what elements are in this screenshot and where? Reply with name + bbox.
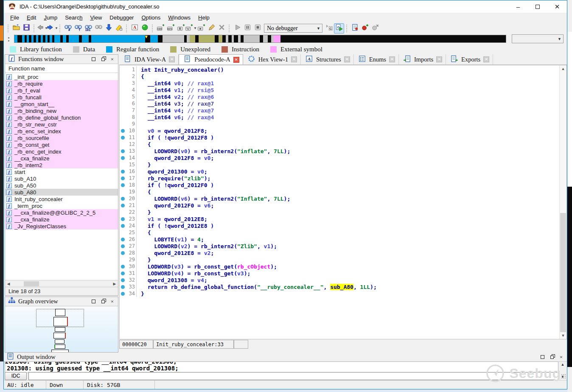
- line-marker-dot[interactable]: [121, 170, 125, 174]
- functions-horizontal-scrollbar[interactable]: ◀ ▶: [5, 280, 118, 287]
- run-indicator-button[interactable]: [140, 23, 150, 34]
- line-marker-dot[interactable]: [121, 183, 125, 187]
- function-row[interactable]: f_rb_enc_get_index: [5, 148, 118, 155]
- functions-window-titlebar[interactable]: f Functions window ×: [5, 55, 118, 64]
- line-marker-dot[interactable]: [121, 217, 125, 221]
- menu-search[interactable]: Search: [61, 14, 86, 22]
- menu-file[interactable]: File: [6, 14, 23, 22]
- panel-maximize-icon[interactable]: [541, 355, 544, 359]
- line-marker-dot[interactable]: [121, 244, 125, 248]
- minimize-button[interactable]: –: [508, 0, 528, 13]
- function-row[interactable]: f__cxa_finalize: [5, 155, 118, 162]
- function-row[interactable]: f__gmon_start__: [5, 101, 118, 107]
- close-button[interactable]: ✕: [547, 0, 567, 13]
- search-text-button[interactable]: T: [73, 23, 83, 34]
- line-marker-dot[interactable]: [121, 272, 125, 275]
- function-row[interactable]: f_rb_intern2: [5, 162, 118, 168]
- navigation-band[interactable]: ▼: [14, 35, 506, 43]
- scrollbar-thumb[interactable]: [560, 213, 566, 332]
- navband-combo[interactable]: ▼: [512, 34, 564, 43]
- menu-debugger[interactable]: Debugger: [106, 14, 137, 22]
- function-row[interactable]: fsub_A10: [5, 175, 118, 182]
- tab-close-icon[interactable]: ✕: [389, 56, 395, 62]
- function-row[interactable]: f_rb_require: [5, 80, 118, 87]
- title-bar[interactable]: IDA - C:\Users\Orange\Desktop\github\rub…: [4, 0, 567, 13]
- line-marker-dot[interactable]: [121, 197, 125, 201]
- panel-float-icon[interactable]: [101, 58, 105, 61]
- function-row[interactable]: f_Jv_RegisterClasses: [5, 223, 118, 230]
- make-array-button[interactable]: ✱: [196, 23, 206, 34]
- scroll-down-icon[interactable]: ▼: [560, 332, 566, 339]
- tab-enums[interactable]: Enums✕: [354, 54, 399, 64]
- panel-close-icon[interactable]: ×: [111, 300, 114, 304]
- debugger-selector[interactable]: No debugger▼: [264, 24, 322, 33]
- function-row[interactable]: f_rb_funcall: [5, 94, 118, 101]
- debug-pause-button[interactable]: [242, 23, 252, 34]
- run-to-c-button[interactable]: c: [334, 23, 344, 34]
- menu-view[interactable]: View: [86, 14, 106, 22]
- breakpoint-delete-button[interactable]: [370, 23, 380, 34]
- bookmark-button[interactable]: A: [129, 23, 140, 34]
- function-row[interactable]: fsub_A80: [5, 189, 118, 196]
- jump-address-button[interactable]: [104, 23, 114, 34]
- tab-close-icon[interactable]: ✕: [169, 56, 175, 62]
- function-row[interactable]: f_rb_const_get: [5, 141, 118, 148]
- save-button[interactable]: [21, 23, 31, 34]
- line-marker-dot[interactable]: [121, 278, 125, 282]
- tab-close-icon[interactable]: ✕: [291, 56, 297, 62]
- function-row[interactable]: f_init_proc: [5, 73, 118, 80]
- function-row[interactable]: f_rb_sourcefile: [5, 134, 118, 141]
- line-marker-dot[interactable]: [121, 204, 125, 207]
- function-row[interactable]: fstart: [5, 168, 118, 175]
- line-marker-dot[interactable]: [121, 176, 125, 180]
- graph-overview-titlebar[interactable]: Graph overview ×: [5, 297, 118, 306]
- maximize-button[interactable]: [528, 0, 547, 13]
- tab-close-icon[interactable]: ✕: [436, 56, 442, 62]
- scroll-left-icon[interactable]: ◀: [5, 282, 12, 286]
- line-marker-dot[interactable]: [121, 136, 125, 140]
- make-string-button[interactable]: 's'▼: [186, 23, 196, 34]
- scroll-right-icon[interactable]: ▶: [111, 282, 118, 286]
- line-marker-dot[interactable]: [121, 265, 125, 269]
- tab-hex-view-1[interactable]: Hex View-1✕: [243, 54, 301, 64]
- edit-function-button[interactable]: [206, 23, 216, 34]
- search-names-button[interactable]: #: [63, 23, 73, 34]
- tab-imports[interactable]: Imports✕: [399, 54, 446, 64]
- breakpoint-list-button[interactable]: [350, 23, 360, 34]
- debug-stop-button[interactable]: [252, 23, 263, 34]
- highlighted-identifier[interactable]: sub_A80: [330, 284, 353, 290]
- function-name-column-header[interactable]: Function name: [5, 64, 118, 73]
- line-marker-dot[interactable]: [121, 224, 125, 228]
- menu-help[interactable]: Help: [194, 14, 213, 22]
- panel-close-icon[interactable]: ×: [111, 57, 114, 62]
- panel-float-icon[interactable]: [550, 356, 554, 359]
- function-row[interactable]: fInit_ruby_concealer: [5, 196, 118, 202]
- navigate-forward-button[interactable]: ▼: [47, 23, 57, 34]
- debug-run-button[interactable]: [232, 23, 242, 34]
- scrollbar-thumb[interactable]: [24, 281, 39, 286]
- function-row[interactable]: f__cxa_finalize@@GLIBC_2_2_5: [5, 209, 118, 216]
- menu-options[interactable]: Options: [137, 14, 164, 22]
- output-window-titlebar[interactable]: Output window ×: [4, 353, 567, 362]
- make-name-button[interactable]: A: [176, 23, 186, 34]
- scroll-up-icon[interactable]: ▲: [560, 65, 566, 72]
- menu-jump[interactable]: Jump: [40, 14, 61, 22]
- line-marker-dot[interactable]: [121, 292, 125, 296]
- make-code-button[interactable]: CODE: [155, 23, 165, 34]
- tab-close-icon[interactable]: ✕: [483, 56, 489, 62]
- tab-pseudocode-a[interactable]: Pseudocode-A✕: [179, 54, 243, 64]
- command-input[interactable]: [28, 372, 558, 380]
- tab-exports[interactable]: Exports✕: [446, 54, 493, 64]
- tab-structures[interactable]: AStructures✕: [301, 54, 354, 64]
- function-row[interactable]: f__cxa_finalize: [5, 216, 118, 223]
- tab-close-icon[interactable]: ✕: [344, 56, 350, 62]
- panel-maximize-icon[interactable]: [92, 300, 95, 303]
- line-marker-dot[interactable]: [121, 285, 125, 289]
- tab-close-icon[interactable]: ✕: [233, 57, 239, 63]
- panel-close-icon[interactable]: ×: [560, 355, 563, 359]
- function-row[interactable]: f_rb_str_new_cstr: [5, 121, 118, 128]
- tab-ida-view-a[interactable]: IDA View-A✕: [119, 54, 179, 64]
- function-row[interactable]: f_rb_f_eval: [5, 87, 118, 94]
- pseudocode-vertical-scrollbar[interactable]: ▲ ▼: [559, 65, 566, 339]
- line-marker-dot[interactable]: [121, 251, 125, 255]
